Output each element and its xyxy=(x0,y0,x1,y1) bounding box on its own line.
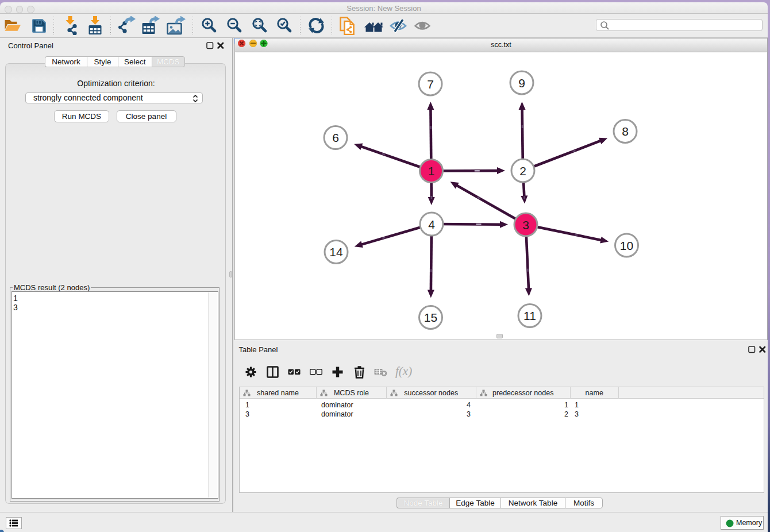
svg-text:4: 4 xyxy=(428,218,435,231)
svg-text:11: 11 xyxy=(523,309,536,322)
svg-text:6: 6 xyxy=(332,131,339,144)
svg-text:9: 9 xyxy=(518,76,525,90)
svg-text:3: 3 xyxy=(522,218,529,232)
svg-text:10: 10 xyxy=(620,239,633,252)
svg-text:2: 2 xyxy=(519,164,526,178)
svg-text:8: 8 xyxy=(622,125,629,138)
svg-text:15: 15 xyxy=(424,311,437,324)
svg-text:7: 7 xyxy=(427,78,434,91)
svg-text:1: 1 xyxy=(428,164,435,178)
svg-text:14: 14 xyxy=(329,245,343,259)
